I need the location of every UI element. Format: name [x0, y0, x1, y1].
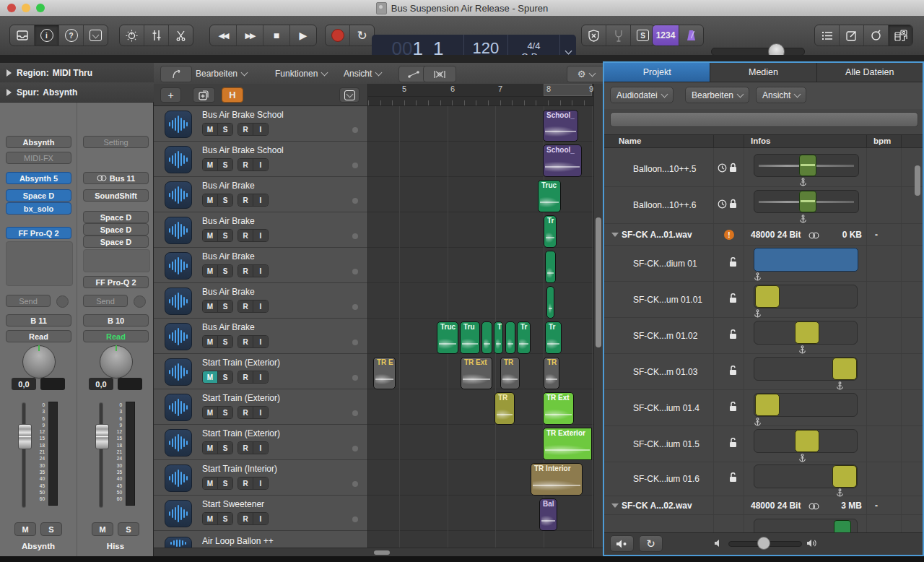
audio-region[interactable]: Tr: [545, 321, 562, 354]
column-infos[interactable]: Infos: [751, 137, 770, 145]
mute-button[interactable]: M: [92, 522, 113, 536]
solo-button[interactable]: S: [218, 477, 232, 489]
menu-ansicht[interactable]: Ansicht: [756, 87, 806, 103]
region-marker[interactable]: [799, 155, 816, 176]
waveform-overview[interactable]: [754, 357, 858, 381]
audio-region[interactable]: Truc: [538, 180, 561, 212]
mute-button-active[interactable]: M: [203, 371, 218, 383]
mute-button[interactable]: M: [203, 159, 218, 170]
solo-button[interactable]: S: [218, 194, 232, 206]
pan-value[interactable]: 0,0: [12, 378, 36, 390]
count-in-button[interactable]: 1234: [653, 25, 679, 46]
audio-region[interactable]: [481, 321, 492, 354]
audio-region[interactable]: School_: [543, 110, 578, 142]
track-row[interactable]: Bus Air Brake School MSRI: [154, 106, 368, 142]
volume-fader-track[interactable]: [100, 403, 103, 507]
quick-help-button[interactable]: ?: [59, 25, 84, 46]
input-monitor-button[interactable]: I: [253, 265, 268, 277]
input-monitor-button[interactable]: I: [253, 230, 268, 241]
pan-knob[interactable]: [100, 345, 133, 379]
event-list-button[interactable]: [815, 25, 840, 46]
solo-button[interactable]: S: [118, 522, 139, 536]
audio-region[interactable]: TR: [500, 357, 520, 389]
input-monitor-button[interactable]: I: [253, 442, 268, 454]
audio-region[interactable]: T: [494, 321, 503, 354]
file-row[interactable]: SF-CK...um 01.01: [604, 282, 923, 318]
waveform-overview[interactable]: [754, 429, 858, 453]
track-header-settings-button[interactable]: ⚙: [567, 66, 606, 82]
track-row[interactable]: Bus Air Brake MSRI: [154, 319, 368, 354]
disclosure-triangle-icon[interactable]: [611, 233, 619, 237]
track-name[interactable]: Bus Air Brake: [202, 287, 255, 297]
hide-tracks-button[interactable]: H: [222, 87, 243, 103]
input-monitor-button[interactable]: I: [253, 371, 268, 383]
add-track-button[interactable]: +: [160, 87, 181, 103]
solo-button[interactable]: S: [218, 230, 232, 241]
solo-button[interactable]: S: [218, 265, 232, 277]
waveform-overview[interactable]: [754, 190, 859, 213]
track-name[interactable]: Bus Air Brake: [202, 216, 255, 226]
toolbar-toggle-button[interactable]: [84, 25, 108, 46]
file-name[interactable]: SF-CK...m 01.02: [633, 331, 697, 341]
solo-button[interactable]: S: [218, 513, 232, 524]
mute-button[interactable]: M: [203, 230, 218, 241]
input-monitor-button[interactable]: I: [253, 336, 268, 347]
audio-region[interactable]: TR E: [373, 357, 396, 389]
file-name[interactable]: SF-CK...um 01.01: [633, 295, 702, 305]
mute-button[interactable]: M: [203, 336, 218, 347]
record-enable-button[interactable]: R: [238, 124, 253, 135]
audio-region[interactable]: TR: [544, 357, 559, 389]
pan-value[interactable]: 0,0: [89, 378, 113, 390]
volume-fader-handle[interactable]: [95, 424, 109, 449]
audio-region[interactable]: TR Ext: [461, 357, 492, 389]
track-name[interactable]: Start Train (Exterior): [202, 358, 280, 368]
region-marker[interactable]: [832, 465, 857, 488]
file-name[interactable]: SF-CK A...01.wav: [622, 230, 692, 240]
plugin-slot-spaced[interactable]: Space D: [6, 189, 71, 202]
waveform-overview[interactable]: [754, 285, 858, 308]
input-monitor-button[interactable]: I: [253, 513, 268, 524]
plugin-slot-proq[interactable]: FF Pro-Q 2: [6, 227, 71, 239]
file-row[interactable]: SF-CK...dium 01: [604, 246, 923, 282]
record-enable-button[interactable]: R: [238, 159, 253, 170]
audio-region[interactable]: TR Exterior: [543, 428, 592, 460]
menu-audiodatei[interactable]: Audiodatei: [610, 87, 674, 103]
file-name[interactable]: SF-CK...ium 01.6: [633, 474, 699, 484]
arrange-vertical-scrollbar[interactable]: [593, 84, 603, 548]
audio-region[interactable]: Truc: [437, 321, 458, 354]
track-inspector-header[interactable]: Spur: Absynth: [0, 82, 154, 103]
volume-fader-track[interactable]: [22, 403, 25, 507]
track-name[interactable]: Bus Air Brake: [202, 322, 255, 332]
track-row-partial[interactable]: Air Loop Ballon ++: [154, 531, 368, 548]
plugin-slot-spaced-2[interactable]: Space D: [83, 223, 149, 235]
browser-scrollbar[interactable]: [914, 150, 921, 532]
file-row-partial[interactable]: [604, 515, 923, 535]
menu-ansicht[interactable]: Ansicht: [339, 66, 385, 81]
file-name[interactable]: Balloon...10++.5: [633, 164, 696, 174]
editors-button[interactable]: [169, 25, 193, 46]
track-row[interactable]: Start Sweetener MSRI: [154, 496, 368, 531]
file-row-parent[interactable]: SF-CK A...02.wav 48000 24 Bit 3 MB -: [604, 496, 923, 515]
audio-region[interactable]: TR: [494, 392, 515, 425]
automation-mode-button[interactable]: Read: [6, 330, 71, 342]
prelisten-volume-knob[interactable]: [757, 537, 770, 550]
menu-bearbeiten[interactable]: Bearbeiten: [685, 87, 749, 103]
plugin-slot-spaced-1[interactable]: Space D: [83, 211, 149, 223]
file-row[interactable]: SF-CK...m 01.02: [604, 318, 923, 354]
output-slot[interactable]: B 11: [6, 314, 71, 327]
flex-button[interactable]: [423, 66, 456, 82]
record-enable-button[interactable]: R: [238, 301, 253, 312]
file-name[interactable]: SF-CK...dium 01: [633, 259, 697, 269]
track-row[interactable]: Bus Air Brake School MSRI: [154, 142, 368, 177]
track-name[interactable]: Air Loop Ballon ++: [202, 536, 274, 546]
region-marker[interactable]: [799, 191, 816, 212]
solo-button[interactable]: S: [40, 522, 62, 536]
plugin-slot-soundshift[interactable]: SoundShift: [83, 189, 149, 202]
rewind-button[interactable]: ◀◀: [210, 25, 237, 46]
file-row[interactable]: Balloon...10++.5: [604, 151, 923, 187]
tab-alle-dateien[interactable]: Alle Dateien: [817, 63, 923, 82]
send-slot[interactable]: Send: [83, 295, 128, 307]
solo-button[interactable]: S: [218, 336, 232, 347]
plugin-slot-absynth5[interactable]: Absynth 5: [6, 172, 71, 184]
prelisten-button[interactable]: [610, 535, 634, 552]
